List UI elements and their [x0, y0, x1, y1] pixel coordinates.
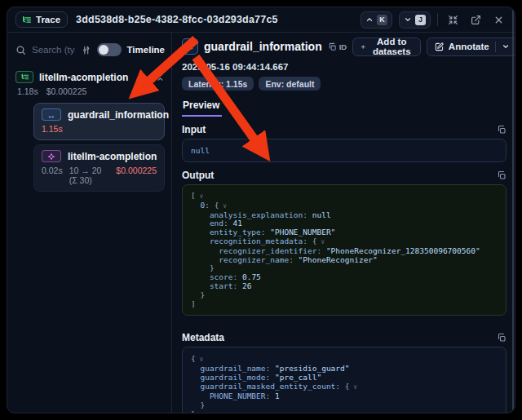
- chevron-down-icon: [404, 15, 412, 24]
- tree-item-label: guardrail_information: [68, 109, 169, 121]
- trace-id: 3dd538d8-b25e-4382-8fcc-03d293da77c5: [76, 14, 278, 25]
- copy-icon: [497, 170, 507, 180]
- trace-type-badge: Trace: [15, 11, 68, 28]
- close-button[interactable]: [490, 11, 507, 28]
- tab-preview[interactable]: Preview: [182, 99, 222, 117]
- close-icon: [493, 15, 504, 25]
- search-input[interactable]: [32, 45, 75, 55]
- latency-badge: Latency: 1.15s: [182, 77, 254, 91]
- add-to-datasets-button[interactable]: Add to datasets: [352, 38, 421, 56]
- tree-root-label: litellm-acompletion: [39, 72, 128, 83]
- tree-item-litellm-acompletion[interactable]: litellm-acompletion 0.02s 10 → 20 (Σ 30)…: [33, 144, 165, 192]
- span-node-icon: ↔: [42, 108, 61, 121]
- tree-root-metrics: 1.18s $0.000225: [17, 86, 165, 96]
- observation-title: guardrail_information: [204, 40, 322, 53]
- sparkles-icon: [47, 153, 55, 161]
- external-link-icon: [471, 15, 481, 25]
- chevron-up-icon[interactable]: [139, 73, 148, 82]
- metadata-section-title: Metadata: [182, 332, 224, 343]
- screenshot-stage: Trace 3dd538d8-b25e-4382-8fcc-03d293da77…: [0, 0, 522, 420]
- env-badge: Env: default: [259, 77, 321, 91]
- topbar-divider: [437, 13, 438, 26]
- annotate-split-button[interactable]: Annotate: [427, 38, 515, 56]
- copy-icon: [497, 125, 507, 135]
- plus-icon: [361, 42, 366, 51]
- metadata-code-block: { ∨ guardrail_name: "presidio_guard" gua…: [182, 347, 507, 413]
- span-type-icon: ↔: [182, 38, 198, 55]
- item-latency: 0.02s: [42, 166, 63, 185]
- nav-next-button[interactable]: J: [399, 11, 431, 29]
- output-code-block: [ ∨ 0: { ∨ analysis_explanation: null en…: [182, 184, 507, 316]
- trace-topbar: Trace 3dd538d8-b25e-4382-8fcc-03d293da77…: [7, 7, 515, 33]
- button-divider: [495, 42, 496, 52]
- window-scrollbar[interactable]: [512, 10, 514, 410]
- item-tokens: 10 → 20 (Σ 30): [69, 166, 110, 185]
- key-hint-j: J: [415, 15, 426, 25]
- timeline-toggle[interactable]: [97, 43, 122, 56]
- observation-timestamp: 2025-05-16 09:44:14.667: [182, 62, 507, 72]
- root-latency: 1.18s: [17, 86, 38, 96]
- nav-previous-button[interactable]: K: [361, 11, 392, 29]
- trace-node-icon: [15, 71, 33, 83]
- item-cost: $0.000225: [116, 166, 157, 185]
- chevron-down-icon[interactable]: [502, 42, 510, 51]
- id-label: ID: [339, 42, 347, 51]
- expand-icon: [448, 15, 458, 25]
- copy-metadata-button[interactable]: [497, 333, 507, 343]
- trace-badge-label: Trace: [36, 15, 60, 24]
- observation-detail-panel: ↔ guardrail_information ID Add to datase…: [172, 33, 515, 413]
- chevron-up-icon: [365, 15, 374, 24]
- sliders-icon[interactable]: [81, 45, 91, 55]
- tree-item-guardrail-information[interactable]: ↔ guardrail_information 1.15s: [33, 103, 165, 140]
- output-section-title: Output: [182, 170, 214, 181]
- key-hint-k: K: [377, 15, 387, 25]
- list-tree-icon: [20, 73, 29, 82]
- list-tree-icon: [21, 15, 32, 25]
- copy-icon[interactable]: [328, 42, 337, 51]
- tree-item-label: litellm-acompletion: [68, 151, 157, 162]
- trace-tree-sidebar: Timeline litellm-acompletion 1.18s $0.00…: [7, 33, 172, 413]
- search-icon: [15, 45, 26, 55]
- toggle-knob: [99, 45, 108, 55]
- copy-icon: [497, 333, 507, 343]
- edit-pencil-icon: [435, 42, 444, 51]
- input-section-title: Input: [182, 124, 206, 135]
- copy-output-button[interactable]: [497, 170, 507, 180]
- root-cost: $0.000225: [46, 86, 87, 96]
- open-external-button[interactable]: [467, 11, 484, 28]
- expand-button[interactable]: [445, 11, 461, 28]
- input-code-block: null: [182, 139, 507, 162]
- tree-root-item[interactable]: litellm-acompletion: [15, 71, 165, 83]
- timeline-label: Timeline: [127, 45, 165, 55]
- generation-node-icon: [42, 150, 61, 162]
- item-latency: 1.15s: [42, 124, 63, 134]
- chevrons-down-up-icon[interactable]: [156, 73, 165, 82]
- trace-detail-window: Trace 3dd538d8-b25e-4382-8fcc-03d293da77…: [7, 7, 515, 413]
- copy-input-button[interactable]: [497, 125, 507, 135]
